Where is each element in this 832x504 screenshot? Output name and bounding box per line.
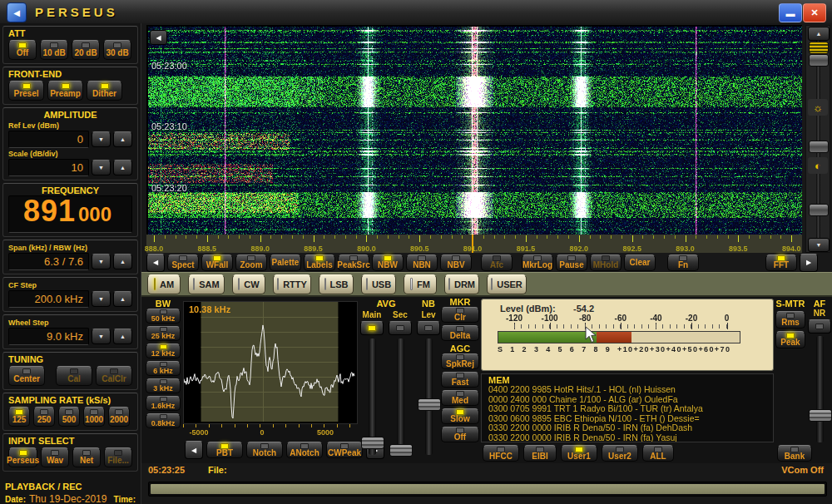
scale-down-icon[interactable]: ▼ bbox=[92, 160, 111, 175]
toolbar-labels[interactable]: Labels bbox=[304, 254, 335, 271]
toolbar-afc[interactable]: Afc bbox=[481, 254, 513, 271]
agc-off[interactable]: Off bbox=[441, 427, 479, 442]
avg-main-handle[interactable] bbox=[361, 437, 384, 449]
toolbar-mhold[interactable]: MHold bbox=[590, 254, 622, 271]
close-button[interactable]: ✕ bbox=[803, 3, 826, 22]
toolbar-clear[interactable]: Clear bbox=[624, 254, 656, 271]
mode-sam[interactable]: SAM bbox=[188, 274, 225, 294]
mkr-clr[interactable]: Clr bbox=[441, 307, 479, 323]
toolbar-mkrlog[interactable]: MkrLog bbox=[522, 254, 553, 271]
minimize-button[interactable]: ▬ bbox=[779, 3, 802, 22]
bw-tool-notch[interactable]: Notch bbox=[246, 442, 283, 458]
mem-bank-all[interactable]: ALL bbox=[642, 445, 674, 462]
smtr-peak[interactable]: Peak bbox=[775, 331, 805, 348]
agc-slow[interactable]: Slow bbox=[441, 408, 479, 424]
tuning-calclr[interactable]: CalClr bbox=[96, 366, 132, 386]
bw-filter-50-khz[interactable]: 50 kHz bbox=[146, 309, 181, 324]
af-nr-slider[interactable] bbox=[816, 336, 824, 442]
sampling-rate-1000[interactable]: 1000 bbox=[83, 407, 105, 427]
wheel-step-up-icon[interactable]: ▲ bbox=[113, 329, 132, 344]
toolbar-left-icon[interactable]: ◀ bbox=[146, 254, 165, 272]
bw-filter-1-6khz[interactable]: 1.6kHz bbox=[146, 396, 181, 411]
mode-rtty[interactable]: RTTY bbox=[273, 274, 311, 294]
avg-sec-handle[interactable] bbox=[389, 444, 413, 457]
toolbar-nbv[interactable]: NBV bbox=[440, 254, 472, 271]
mem-row[interactable]: 0400 2200 9985 HotR Hits/.1 - HOL (nl) H… bbox=[488, 385, 766, 395]
sampling-rate-250[interactable]: 250 bbox=[33, 407, 55, 427]
waterfall-back-icon[interactable]: ◀ bbox=[150, 30, 167, 45]
bw-filter-6-khz[interactable]: 6 kHz bbox=[146, 361, 181, 376]
mem-bank-eibi[interactable]: EIBI bbox=[523, 445, 557, 462]
agc-spkrej[interactable]: SpkRej bbox=[441, 353, 479, 369]
toolbar-nbn[interactable]: NBN bbox=[406, 254, 438, 271]
span-up-icon[interactable]: ▲ bbox=[113, 254, 132, 269]
bw-filter-3-khz[interactable]: 3 kHz bbox=[146, 378, 181, 393]
tuning-cal[interactable]: Cal bbox=[56, 366, 92, 386]
agc-fast[interactable]: Fast bbox=[441, 372, 479, 388]
upper-handle[interactable] bbox=[809, 54, 829, 67]
avg-main-slider[interactable] bbox=[369, 338, 376, 455]
front-end-presel[interactable]: Presel bbox=[8, 81, 44, 101]
mem-bank-hfcc[interactable]: HFCC bbox=[483, 445, 519, 462]
toolbar-peaksrc[interactable]: PeakSrc bbox=[338, 254, 369, 271]
mode-usb[interactable]: USB bbox=[361, 274, 396, 294]
agc-med[interactable]: Med bbox=[441, 390, 479, 406]
front-end-dither[interactable]: Dither bbox=[87, 81, 122, 101]
mode-lsb[interactable]: LSB bbox=[319, 274, 354, 294]
cf-step-field[interactable]: 200.0 kHz bbox=[8, 290, 89, 308]
toolbar-pause[interactable]: Pause bbox=[556, 254, 587, 271]
bw-filter-12-khz[interactable]: 12 kHz bbox=[146, 343, 181, 358]
mode-fm[interactable]: FM bbox=[404, 274, 437, 294]
app-icon[interactable]: ◀ bbox=[7, 2, 27, 22]
bw-tool-pbt[interactable]: PBT bbox=[206, 442, 243, 458]
ref-lev-up-icon[interactable]: ▲ bbox=[113, 131, 132, 147]
mkr-delta[interactable]: Delta bbox=[441, 325, 479, 341]
att-off[interactable]: Off bbox=[8, 40, 37, 60]
frequency-display[interactable]: 891 000 bbox=[8, 195, 132, 233]
mem-row[interactable]: 0330 2200 0000 IRIB R Dena/50 - IRN (fa)… bbox=[488, 423, 766, 433]
toolbar-nbw[interactable]: NBW bbox=[372, 254, 404, 271]
toolbar-spect[interactable]: Spect bbox=[167, 254, 199, 271]
mem-row[interactable]: 0330 2200 0000 IRIB R Dena/50 - IRN (fa)… bbox=[488, 433, 766, 443]
palette-handle[interactable] bbox=[809, 42, 829, 54]
smtr-rms[interactable]: Rms bbox=[775, 311, 805, 329]
toolbar-wfall[interactable]: WFall bbox=[201, 254, 233, 271]
toolbar-fn[interactable]: Fn bbox=[667, 254, 699, 271]
nb-lev-toggle[interactable] bbox=[417, 321, 440, 335]
bw-filter-25-khz[interactable]: 25 kHz bbox=[146, 326, 181, 341]
bank-button[interactable]: Bank bbox=[777, 445, 812, 462]
memory-list[interactable]: MEM 0400 2200 9985 HotR Hits/.1 - HOL (n… bbox=[481, 373, 774, 442]
ref-lev-down-icon[interactable]: ▼ bbox=[92, 131, 111, 147]
sampling-rate-125[interactable]: 125 bbox=[8, 407, 30, 427]
mode-user[interactable]: USER bbox=[487, 274, 527, 294]
sampling-rate-2000[interactable]: 2000 bbox=[108, 407, 130, 427]
strip-up-icon[interactable]: ▲ bbox=[808, 27, 830, 41]
att-30-db[interactable]: 30 dB bbox=[103, 40, 131, 60]
mode-cw[interactable]: CW bbox=[232, 274, 265, 294]
contrast-handle[interactable] bbox=[809, 204, 829, 216]
mode-am[interactable]: AM bbox=[147, 274, 181, 294]
cf-step-up-icon[interactable]: ▲ bbox=[113, 291, 132, 307]
waterfall-canvas[interactable] bbox=[148, 27, 802, 235]
bw-filter-0-8khz[interactable]: 0.8kHz bbox=[146, 413, 181, 428]
brightness-handle[interactable] bbox=[809, 141, 829, 153]
toolbar-zoom[interactable]: Zoom bbox=[235, 254, 267, 271]
cf-step-down-icon[interactable]: ▼ bbox=[92, 291, 111, 307]
sampling-rate-500[interactable]: 500 bbox=[58, 407, 80, 427]
strip-down-icon[interactable]: ▼ bbox=[808, 238, 830, 252]
toolbar-palette[interactable]: Palette bbox=[270, 254, 301, 271]
tuning-center[interactable]: Center bbox=[8, 366, 45, 386]
nb-lev-handle[interactable] bbox=[418, 398, 441, 411]
input-perseus[interactable]: Perseus bbox=[8, 447, 37, 467]
bw-tool-cwpeak[interactable]: CWPeak bbox=[326, 442, 363, 458]
input-wav[interactable]: Wav bbox=[41, 447, 69, 467]
af-nr-handle[interactable] bbox=[809, 409, 832, 422]
frequency-scale[interactable]: 888.0888.5889.0889.5890.0890.5891.0891.5… bbox=[146, 235, 802, 253]
bw-tool-anotch[interactable]: ANotch bbox=[286, 442, 323, 458]
mem-row[interactable]: 0300 0705 9991 TRT 1 Radyo Bi/100 - TUR … bbox=[488, 404, 766, 414]
mem-bank-user1[interactable]: User1 bbox=[561, 445, 597, 462]
front-end-preamp[interactable]: Preamp bbox=[47, 81, 83, 101]
att-10-db[interactable]: 10 dB bbox=[40, 40, 68, 60]
ref-lev-field[interactable]: 0 bbox=[8, 131, 89, 148]
af-nr-toggle[interactable] bbox=[808, 319, 831, 334]
